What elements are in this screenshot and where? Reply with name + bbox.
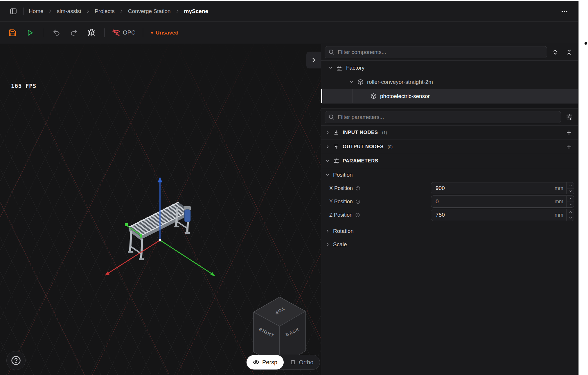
cube-icon xyxy=(357,79,364,85)
output-nodes-count: (0) xyxy=(388,144,393,149)
persp-button[interactable]: Persp xyxy=(247,355,284,369)
parameters-label: PARAMETERS xyxy=(343,158,378,164)
component-tree: Factory roller-conveyor-straight-2 xyxy=(321,61,578,104)
arrow-up-from-line-icon xyxy=(333,144,339,150)
x-position-input[interactable] xyxy=(431,182,546,194)
input-nodes-count: (1) xyxy=(382,130,387,135)
tree-item-factory[interactable]: Factory xyxy=(321,61,578,75)
chevron-right-icon xyxy=(48,9,53,14)
redo-icon xyxy=(70,29,78,37)
panel-left-icon xyxy=(10,8,17,15)
collapse-all-button[interactable] xyxy=(563,46,575,58)
chevron-right-icon xyxy=(310,57,317,63)
output-nodes-section[interactable]: OUTPUT NODES (0) xyxy=(321,140,578,154)
redo-button[interactable] xyxy=(68,27,79,38)
undo-icon xyxy=(53,29,60,37)
svg-text:TOP: TOP xyxy=(274,306,285,316)
breadcrumb-project[interactable]: Converge Station xyxy=(128,8,171,15)
rotation-group-header[interactable]: Rotation xyxy=(321,224,578,238)
chevron-right-icon[interactable] xyxy=(325,229,330,233)
top-header: Home sim-assist Projects Converge Statio… xyxy=(0,1,578,22)
undo-button[interactable] xyxy=(51,27,62,38)
input-nodes-section[interactable]: INPUT NODES (1) xyxy=(321,126,578,140)
chevron-right-icon[interactable] xyxy=(325,130,330,135)
chevron-right-icon xyxy=(119,9,124,14)
help-icon xyxy=(355,186,360,191)
stepper-up-button[interactable] xyxy=(567,196,574,202)
tree-item-label: Factory xyxy=(346,65,364,71)
opc-connection-button[interactable]: OPC xyxy=(112,29,135,37)
unsaved-status: • Unsaved xyxy=(151,29,179,36)
parameters-filter-input[interactable] xyxy=(325,111,561,123)
expand-all-button[interactable] xyxy=(549,46,561,58)
stepper-down-button[interactable] xyxy=(567,215,574,221)
chevron-down-icon[interactable] xyxy=(328,65,333,70)
add-output-node-button[interactable] xyxy=(563,141,574,152)
breadcrumb-home[interactable]: Home xyxy=(29,8,44,15)
chevron-down-icon[interactable] xyxy=(325,173,330,177)
parameters-section[interactable]: PARAMETERS xyxy=(321,154,578,168)
ellipsis-icon xyxy=(561,8,568,15)
ortho-button[interactable]: Ortho xyxy=(284,355,320,369)
parameters-filter-options-button[interactable] xyxy=(563,111,575,123)
viewport-3d[interactable]: TOP RIGHT BACK 165 FPS xyxy=(0,44,321,375)
scale-group-header[interactable]: Scale xyxy=(321,238,578,251)
debug-button[interactable] xyxy=(86,27,97,38)
search-icon xyxy=(328,114,335,120)
play-icon xyxy=(26,29,34,37)
help-button[interactable] xyxy=(6,351,26,370)
tree-item-label: photoelectric-sensor xyxy=(380,93,430,99)
factory-icon xyxy=(337,65,343,71)
fps-counter: 165 FPS xyxy=(11,83,36,89)
sidebar-toggle-button[interactable] xyxy=(8,6,19,17)
bug-icon xyxy=(87,29,95,37)
opc-label: OPC xyxy=(123,29,135,36)
stepper-up-button[interactable] xyxy=(567,182,574,189)
z-position-stepper xyxy=(567,209,574,221)
y-position-label: Y Position xyxy=(329,199,353,205)
x-position-label: X Position xyxy=(329,185,353,191)
z-position-input-box: mm xyxy=(431,209,574,221)
svg-text:RIGHT: RIGHT xyxy=(258,327,275,338)
panel-collapse-handle[interactable] xyxy=(306,52,321,68)
main-area: TOP RIGHT BACK 165 FPS xyxy=(0,44,578,375)
toolbar: OPC • Unsaved xyxy=(0,22,578,44)
overflow-menu-button[interactable] xyxy=(559,6,570,17)
run-button[interactable] xyxy=(24,27,35,38)
save-icon xyxy=(8,29,17,37)
y-position-unit: mm xyxy=(555,196,563,207)
svg-text:BACK: BACK xyxy=(285,326,301,337)
output-nodes-label: OUTPUT NODES xyxy=(343,144,384,150)
add-input-node-button[interactable] xyxy=(563,127,574,138)
breadcrumb-projects[interactable]: Projects xyxy=(95,8,115,15)
components-filter-input[interactable] xyxy=(325,46,547,58)
help-icon xyxy=(355,199,360,204)
chevron-right-icon[interactable] xyxy=(325,144,330,149)
chevron-right-icon[interactable] xyxy=(325,242,330,247)
breadcrumb: Home sim-assist Projects Converge Statio… xyxy=(29,8,208,15)
y-position-input-box: mm xyxy=(431,195,574,208)
save-button[interactable] xyxy=(7,27,18,38)
cube-icon xyxy=(371,93,377,99)
stepper-down-button[interactable] xyxy=(567,189,574,194)
desktop-background xyxy=(579,0,588,375)
breadcrumb-sim-assist[interactable]: sim-assist xyxy=(57,8,81,15)
plus-icon xyxy=(566,129,572,136)
toolbar-divider xyxy=(43,28,43,37)
circle-question-icon xyxy=(10,355,21,366)
chevron-down-icon[interactable] xyxy=(325,159,330,163)
position-group-header[interactable]: Position xyxy=(321,168,578,182)
input-nodes-label: INPUT NODES xyxy=(343,130,378,135)
x-position-field: X Position mm xyxy=(321,182,578,195)
tree-item-sensor-selected[interactable]: photoelectric-sensor xyxy=(321,89,578,103)
y-position-input[interactable] xyxy=(431,196,546,207)
z-position-input[interactable] xyxy=(431,209,546,221)
stepper-down-button[interactable] xyxy=(567,202,574,208)
tree-item-conveyor[interactable]: roller-conveyor-straight-2m xyxy=(321,75,578,89)
components-search-row xyxy=(321,44,578,61)
scale-group-label: Scale xyxy=(333,241,347,248)
chevron-down-icon[interactable] xyxy=(349,79,354,84)
stepper-up-button[interactable] xyxy=(567,209,574,215)
toolbar-divider xyxy=(143,28,143,37)
eye-icon xyxy=(253,359,259,365)
